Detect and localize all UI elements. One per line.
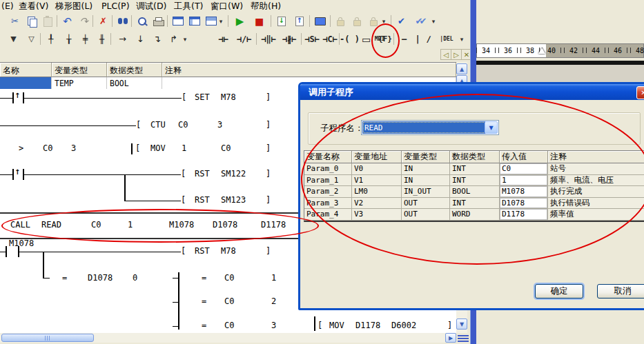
redo-icon[interactable]: ↷ [76,14,92,28]
instr-mov[interactable]: MOV [329,321,344,330]
instr-bracket[interactable]: ] [266,195,271,205]
delete-icon[interactable]: ✗ [95,14,111,28]
param-invalue-field[interactable]: D1178 [500,209,548,221]
ok-button[interactable]: 确定 [535,284,583,299]
compare-eq[interactable]: = [202,273,206,283]
pane-view-icon[interactable] [170,14,186,28]
contact-rising-icon[interactable]: ⊣‖⊢ [259,32,278,46]
instr-bracket[interactable]: [ [181,246,186,256]
stop-icon[interactable]: ■ [251,14,267,28]
scroll-down-icon[interactable]: ▼ [456,318,467,330]
instr-bracket[interactable]: ] [266,143,271,153]
compile-dropdown-icon[interactable]: ▾ [429,14,438,28]
view-dropdown-icon[interactable]: ▾ [217,14,225,28]
paste-icon[interactable] [40,14,56,28]
instr-ctu[interactable]: CTU [150,120,166,130]
dialog-titlebar[interactable]: 调用子程序 [300,84,644,100]
menu-item-edit[interactable]: (E) [1,1,14,11]
menu-item-view[interactable]: 查看(V) [19,1,48,12]
lock-icon[interactable] [333,14,349,28]
run-icon[interactable]: ▶ [232,14,248,28]
tab-prev-icon[interactable]: ◁ [440,49,451,60]
subroutine-combobox[interactable]: READ ▼ [361,120,499,135]
operand-1[interactable]: 1 [271,273,276,283]
operand-c0[interactable]: C0 [91,220,101,230]
instr-bracket[interactable]: [ [136,120,141,130]
operand-c0[interactable]: C0 [221,143,231,153]
junction-4-icon[interactable]: ╫ [94,32,110,46]
resize-grip[interactable] [456,333,470,343]
menu-item-tools[interactable]: 工具(T) [174,1,203,12]
compile-icon[interactable]: ✔ [393,14,409,28]
param-invalue-field[interactable]: D1078 [500,198,548,210]
operand-d6002[interactable]: D6002 [391,321,416,330]
hline-icon[interactable]: ― [396,32,412,46]
compare-eq[interactable]: = [202,321,206,330]
vline-icon[interactable]: | [413,32,422,46]
compare-eq[interactable]: = [62,273,67,283]
var-cell-name-selected[interactable] [0,77,52,90]
operand-1[interactable]: 1 [182,143,186,153]
var-col-vartype[interactable]: 变量类型 [52,63,107,77]
instr-set[interactable]: SET [195,92,210,102]
compile-all-icon[interactable]: ✔✔ [411,14,427,28]
horizontal-scrollbar[interactable] [0,333,445,343]
scrollbar-thumb[interactable] [1,334,94,342]
set-instruction-icon[interactable]: ⊣S⊢ [304,32,320,46]
compare-eq[interactable]: = [202,296,206,306]
instr-bracket[interactable]: [ [181,169,186,179]
rising-edge-contact[interactable]: ↑ [14,168,20,176]
instr-bracket[interactable]: [ [181,195,186,205]
insert-down-icon[interactable]: ▼ [6,32,21,46]
operand-0[interactable]: 0 [133,273,137,283]
print-preview-icon[interactable] [134,14,150,28]
operand-m1078[interactable]: M1078 [169,220,194,230]
download-icon[interactable] [273,14,289,28]
rising-edge-contact[interactable]: ↑ [14,92,20,99]
close-icon[interactable]: ✕ [636,86,644,99]
contact-label-m1078[interactable]: M1078 [9,239,34,248]
operand-sm123[interactable]: SM123 [221,195,246,205]
operand-read[interactable]: READ [41,220,61,230]
tab-next-icon[interactable]: ▷ [451,49,462,60]
instr-bracket[interactable]: ] [447,321,452,330]
instr-rst[interactable]: RST [195,246,210,256]
contact-nc-icon[interactable]: ⊣/⊢ [235,32,253,46]
junction-3-icon[interactable]: ╪ [77,32,93,46]
param-invalue-field[interactable]: C0 [500,163,548,175]
param-invalue-field[interactable]: M1078 [500,186,548,198]
unlock-icon[interactable] [349,14,365,28]
undo-icon[interactable]: ↶ [59,14,75,28]
menu-item-help[interactable]: 帮助(H) [251,1,281,12]
contact-no-icon[interactable]: ⊣⊢ [214,32,233,46]
operand-3[interactable]: 3 [217,120,222,130]
delete-line-icon[interactable]: ∕ [422,32,435,46]
find-icon[interactable] [115,14,130,28]
instr-rst[interactable]: RST [195,195,210,205]
operand-m78[interactable]: M78 [221,92,236,102]
instr-bracket[interactable]: [ [182,92,186,102]
combobox-selected-value[interactable]: READ [362,121,486,134]
insert-down-outline-icon[interactable]: ▽ [23,32,39,46]
menu-item-window[interactable]: 窗口(W) [211,1,243,12]
operand-1[interactable]: 1 [128,220,133,230]
operand-c0[interactable]: C0 [224,273,234,283]
del-icon[interactable]: |DEL [436,32,457,46]
menu-item-debug[interactable]: 调试(D) [136,1,166,12]
var-col-datatype[interactable]: 数据类型 [107,63,162,77]
operand-2[interactable]: 2 [271,296,276,306]
operand-d1178[interactable]: D1178 [261,220,286,230]
compare-op[interactable]: > [19,143,23,153]
operand-d1078[interactable]: D1078 [213,220,237,230]
upload-icon[interactable] [291,14,307,28]
line-right-icon[interactable]: → [115,32,130,46]
line-dropdown-icon[interactable]: ▾ [181,32,189,46]
var-cell-datatype[interactable]: BOOL [107,77,162,90]
menu-item-ladder[interactable]: 梯形图(L) [55,1,92,12]
print-icon[interactable] [150,14,166,28]
chevron-down-icon[interactable]: ▼ [485,121,498,134]
instr-bracket[interactable]: ] [266,92,271,102]
del-dropdown-icon[interactable]: ▾ [458,32,466,46]
instr-bracket[interactable]: ] [266,120,271,130]
instr-bracket[interactable]: ] [266,169,271,179]
